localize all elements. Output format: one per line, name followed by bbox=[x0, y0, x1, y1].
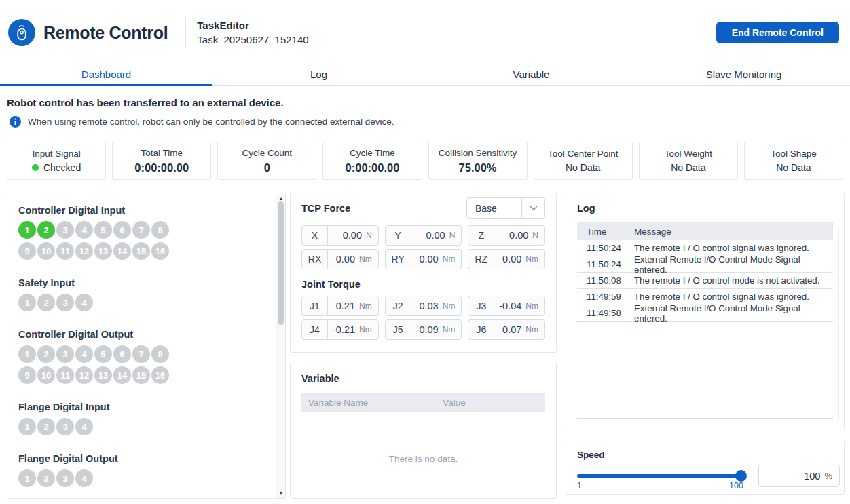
io-indicator-row: 1234 bbox=[18, 294, 176, 315]
io-indicator-12: 12 bbox=[75, 366, 93, 384]
scroll-down-icon[interactable]: ▼ bbox=[276, 490, 286, 495]
io-indicator-2: 2 bbox=[37, 294, 55, 311]
io-indicator-1: 1 bbox=[18, 469, 36, 487]
log-panel: Log Time Message 11:50:24The remote I / … bbox=[566, 193, 845, 429]
variable-title: Variable bbox=[301, 373, 545, 384]
io-status-panel: Controller Digital Input1234567891011121… bbox=[7, 193, 286, 499]
scroll-up-icon[interactable]: ▲ bbox=[276, 196, 286, 201]
reference-frame-dropdown[interactable]: Base bbox=[466, 197, 545, 219]
value-field-j6: J60.07Nm bbox=[468, 319, 545, 340]
variable-scroll-track bbox=[551, 398, 551, 490]
field-value: -0.21 bbox=[328, 324, 359, 335]
speed-title: Speed bbox=[577, 450, 833, 460]
io-section-safety-input: Safety Input1234 bbox=[18, 277, 266, 315]
io-section-title: Flange Digital Output bbox=[18, 453, 266, 464]
column-time: Time bbox=[577, 227, 634, 237]
log-scroll-track bbox=[838, 229, 839, 421]
column-variable-name: Variable Name bbox=[301, 398, 443, 408]
field-unit: Nm bbox=[525, 301, 544, 311]
log-row: 11:50:24External Remote I/O Control Mode… bbox=[577, 256, 833, 273]
log-row: 11:50:08The remote I / O control mode is… bbox=[577, 273, 833, 289]
io-indicator-6: 6 bbox=[113, 221, 131, 239]
notice-title: Robot control has been transferred to an… bbox=[7, 97, 850, 109]
header-divider bbox=[185, 17, 186, 48]
tab-slave-monitoring[interactable]: Slave Monitoring bbox=[638, 65, 850, 85]
log-time: 11:50:08 bbox=[577, 275, 634, 286]
io-section-flange-digital-output: Flange Digital Output1234 bbox=[18, 453, 266, 490]
speed-min-label: 1 bbox=[577, 481, 582, 490]
io-section-title: Flange Digital Input bbox=[18, 402, 266, 412]
io-indicator-4: 4 bbox=[75, 469, 93, 487]
end-remote-control-button[interactable]: End Remote Control bbox=[716, 22, 839, 43]
log-message: The remote I / O control mode is not act… bbox=[634, 275, 833, 286]
variable-panel: Variable Variable Name Value There is no… bbox=[290, 362, 557, 499]
field-unit: Nm bbox=[359, 254, 378, 264]
io-indicator-row: 1234 bbox=[18, 418, 176, 439]
status-card-tool-shape: Tool ShapeNo Data bbox=[744, 142, 843, 180]
field-unit: N bbox=[366, 231, 378, 240]
speed-unit: % bbox=[824, 471, 832, 481]
remote-control-logo-icon bbox=[8, 19, 35, 46]
io-section-controller-digital-output: Controller Digital Output123456789101112… bbox=[18, 329, 266, 387]
field-value: -0.04 bbox=[494, 301, 525, 311]
io-indicator-4: 4 bbox=[75, 221, 93, 239]
joint-torque-title: Joint Torque bbox=[301, 279, 545, 290]
value-field-y: Y0.00N bbox=[385, 225, 462, 246]
field-value: 0.00 bbox=[328, 254, 359, 265]
io-section-title: Controller Digital Output bbox=[18, 329, 266, 340]
log-time: 11:49:59 bbox=[577, 292, 634, 302]
field-unit: Nm bbox=[443, 325, 462, 334]
log-time: 11:49:58 bbox=[577, 308, 634, 318]
io-indicator-7: 7 bbox=[132, 345, 150, 363]
app-header: Remote Control TaskEditor Task_20250627_… bbox=[0, 0, 850, 65]
task-info: TaskEditor Task_20250627_152140 bbox=[197, 20, 308, 45]
status-card-cycle-time: Cycle Time0:00:00.00 bbox=[322, 142, 422, 180]
field-label: Y bbox=[386, 226, 411, 245]
frame-selected-value: Base bbox=[467, 203, 521, 214]
card-value: No Data bbox=[566, 162, 600, 173]
io-indicator-14: 14 bbox=[113, 242, 131, 260]
io-indicator-9: 9 bbox=[18, 242, 36, 260]
page-title: Remote Control bbox=[43, 23, 168, 43]
tab-log[interactable]: Log bbox=[212, 65, 425, 85]
scrollbar-thumb[interactable] bbox=[278, 201, 284, 325]
field-value: 0.00 bbox=[411, 230, 449, 241]
io-panel-scrollbar[interactable]: ▲ ▼ bbox=[276, 193, 285, 498]
io-indicator-15: 15 bbox=[132, 366, 150, 384]
io-indicator-3: 3 bbox=[56, 221, 74, 239]
log-title: Log bbox=[577, 203, 833, 214]
status-card-input-signal: Input SignalChecked bbox=[7, 142, 106, 180]
field-value: 0.00 bbox=[328, 230, 366, 241]
io-indicator-3: 3 bbox=[56, 345, 74, 363]
io-indicator-9: 9 bbox=[18, 366, 36, 384]
field-label: RZ bbox=[468, 250, 494, 269]
notice-info: When using remote control, robot can onl… bbox=[10, 116, 850, 128]
value-field-j5: J5-0.09Nm bbox=[385, 319, 462, 340]
io-indicator-2: 2 bbox=[37, 418, 55, 435]
io-indicator-14: 14 bbox=[113, 366, 131, 384]
io-indicator-2: 2 bbox=[37, 469, 55, 487]
field-unit: Nm bbox=[443, 254, 462, 264]
value-field-j2: J20.03Nm bbox=[385, 296, 462, 316]
speed-slider-track[interactable] bbox=[577, 474, 746, 478]
log-rows: 11:50:24The remote I / O control signal … bbox=[577, 240, 833, 322]
field-unit: Nm bbox=[443, 301, 462, 311]
field-unit: N bbox=[532, 231, 544, 240]
io-indicator-10: 10 bbox=[37, 242, 55, 260]
speed-max-label: 100 bbox=[729, 481, 743, 490]
status-card-tool-center-point: Tool Center PointNo Data bbox=[534, 142, 633, 180]
tcp-force-title: TCP Force bbox=[301, 203, 350, 214]
card-label: Tool Center Point bbox=[548, 149, 618, 159]
io-indicator-1: 1 bbox=[18, 418, 36, 435]
io-indicator-8: 8 bbox=[151, 221, 169, 239]
io-indicator-2: 2 bbox=[37, 221, 55, 239]
field-unit: Nm bbox=[525, 325, 544, 334]
info-icon bbox=[10, 116, 21, 128]
card-label: Tool Shape bbox=[771, 149, 817, 159]
column-message: Message bbox=[634, 227, 833, 237]
speed-value-input[interactable]: 100 % bbox=[758, 465, 840, 487]
tab-variable[interactable]: Variable bbox=[425, 65, 638, 85]
tab-dashboard[interactable]: Dashboard bbox=[0, 65, 212, 85]
speed-slider-handle[interactable] bbox=[735, 470, 747, 482]
notice-info-text: When using remote control, robot can onl… bbox=[28, 117, 394, 127]
